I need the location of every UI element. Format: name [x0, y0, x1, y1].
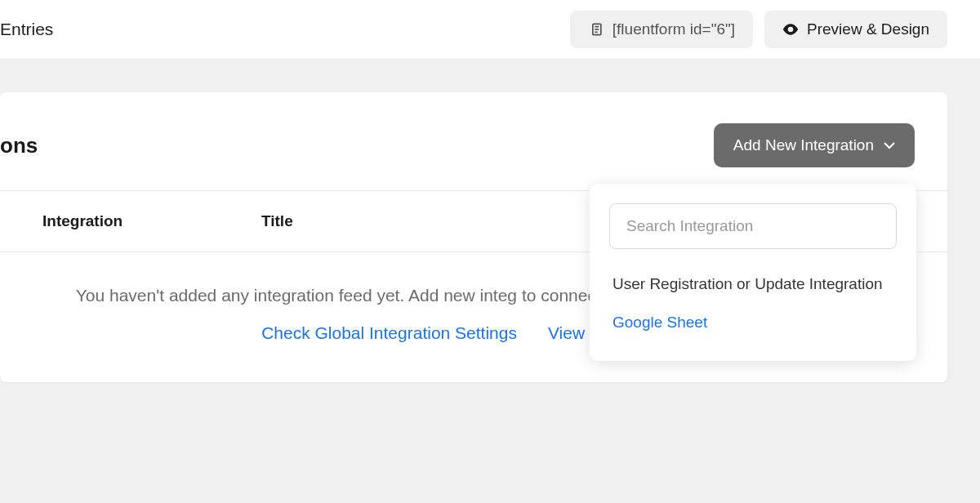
top-bar-left: Entries [0, 20, 53, 39]
integration-dropdown: User Registration or Update Integration … [590, 184, 916, 361]
preview-design-button[interactable]: Preview & Design [764, 11, 947, 48]
eye-icon [782, 24, 799, 35]
tab-entries[interactable]: Entries [0, 20, 53, 39]
shortcode-badge[interactable]: [fluentform id="6"] [570, 11, 753, 48]
search-integration-input[interactable] [609, 203, 897, 249]
column-header-integration: Integration [0, 212, 261, 230]
copy-icon [588, 21, 604, 38]
add-new-integration-button[interactable]: Add New Integration [714, 123, 915, 167]
shortcode-text: [fluentform id="6"] [612, 20, 735, 38]
top-bar-right: [fluentform id="6"] Preview & Design [570, 11, 947, 48]
panel-title: ons [0, 133, 38, 158]
dropdown-item-user-registration[interactable]: User Registration or Update Integration [609, 260, 897, 302]
column-header-title: Title [261, 212, 293, 230]
chevron-down-icon [884, 142, 895, 149]
link-global-settings[interactable]: Check Global Integration Settings [261, 323, 517, 343]
top-bar: Entries [fluentform id="6"] Preview & De… [0, 0, 980, 60]
dropdown-item-google-sheet[interactable]: Google Sheet [609, 302, 897, 341]
integrations-panel: ons Add New Integration Integration Titl… [0, 92, 947, 382]
panel-header: ons Add New Integration [0, 92, 947, 190]
preview-label: Preview & Design [807, 20, 929, 38]
add-button-label: Add New Integration [733, 136, 874, 154]
